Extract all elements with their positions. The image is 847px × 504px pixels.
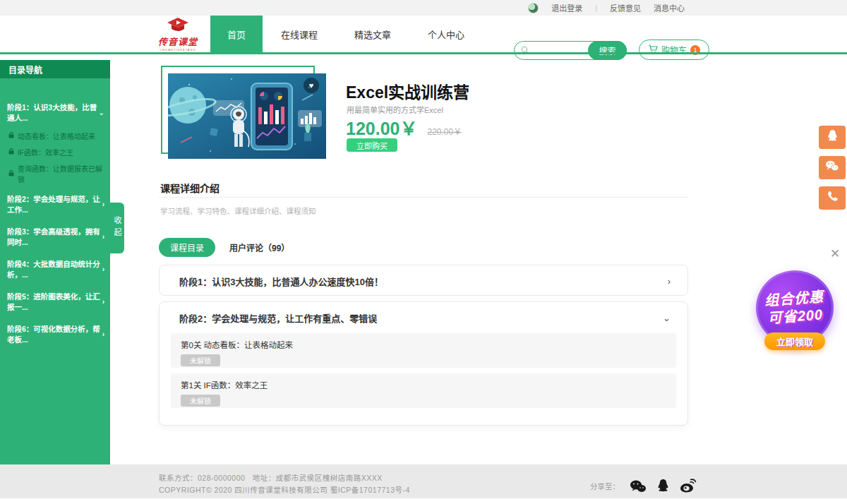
weibo-share-icon[interactable] xyxy=(680,479,697,493)
sidebar-stage-3[interactable]: 阶段3：学会高级透视，拥有同时... › xyxy=(0,220,110,252)
feedback-link[interactable]: 反馈意见 xyxy=(610,2,641,13)
tab-course-catalog[interactable]: 课程目录 xyxy=(159,238,215,257)
current-price: 120.00￥ xyxy=(346,114,417,140)
logo-graduation-cap-icon xyxy=(166,18,190,35)
nav-items: 首页 在线课程 精选文章 个人中心 xyxy=(210,16,483,52)
logout-link[interactable]: 退出登录 xyxy=(551,2,582,13)
sidebar-stage-1-label: 阶段1：认识3大技能，比普通人... xyxy=(7,102,99,123)
promo-claim-button[interactable]: 立即领取 xyxy=(764,332,825,350)
share-label: 分享至： xyxy=(590,481,620,491)
chevron-right-icon: › xyxy=(102,233,104,241)
detail-summary-text: 学习流程、学习特色、课程详细介绍、课程须知 xyxy=(160,205,316,216)
footer-copyright: COPYRIGHT© 2020 四川传音课堂科技有限公司 蜀ICP备170177… xyxy=(159,484,410,495)
main-nav: 传音课堂 CHUANYINKETANG 首页 在线课程 精选文章 个人中心 搜索… xyxy=(0,16,847,52)
sidebar-stage-3-label: 阶段3：学会高级透视，拥有同时... xyxy=(7,226,102,247)
stage2-title: 阶段2：学会处理与规范，让工作有重点、零错误 xyxy=(179,311,377,325)
sidebar-stage-6-label: 阶段6：可视化数据分析，帮老板... xyxy=(7,323,102,344)
search-icon xyxy=(521,44,529,57)
chevron-right-icon: › xyxy=(102,265,104,273)
messages-link[interactable]: 消息中心 xyxy=(654,2,685,13)
buy-now-button[interactable]: 立即购买 xyxy=(347,138,397,152)
sidebar-stage-2-label: 阶段2：学会处理与规范，让工作... xyxy=(7,193,102,215)
logo[interactable]: 传音课堂 CHUANYINKETANG xyxy=(154,18,202,52)
lesson-item-0[interactable]: 第0关 动态看板：让表格动起来 未解锁 xyxy=(171,333,676,368)
footer-address: 地址：成都市武侯区槐树店南路XXXX xyxy=(253,474,383,482)
sidebar-lesson-1-label: 动态看板：让表格动起来 xyxy=(18,131,95,141)
wechat-share-icon[interactable] xyxy=(630,479,647,493)
chevron-right-icon: › xyxy=(102,298,104,306)
price-row: 120.00￥ 220.00￥ xyxy=(346,114,462,140)
nav-item-profile[interactable]: 个人中心 xyxy=(409,16,483,52)
catalog-sidebar: 目录导航 阶段1：认识3大技能，比普通人... ⌄ 动态看板：让表格动起来 IF… xyxy=(0,60,110,464)
section-divider xyxy=(159,197,688,198)
avatar[interactable] xyxy=(528,3,539,13)
sidebar-lesson-3[interactable]: 查询函数：让数据报表已解锁 xyxy=(0,160,110,187)
lesson-1-locked-button[interactable]: 未解锁 xyxy=(181,395,220,407)
lesson-1-name: 第1关 IF函数：效率之王 xyxy=(181,379,666,390)
stage1-accordion-header[interactable]: 阶段1：认识3大技能，比普通人办公速度快10倍！ › xyxy=(160,265,687,296)
sidebar-stage-2[interactable]: 阶段2：学会处理与规范，让工作... › xyxy=(0,187,110,220)
heart-icon[interactable]: ♥ xyxy=(304,78,319,93)
sidebar-stage-4[interactable]: 阶段4：大批数据自动统计分析，... › xyxy=(0,252,110,284)
topbar-divider: | xyxy=(595,4,597,12)
stage1-title: 阶段1：认识3大技能，比普通人办公速度快10倍！ xyxy=(179,275,383,288)
sidebar-stage-4-label: 阶段4：大批数据自动统计分析，... xyxy=(7,258,102,280)
sidebar-stage-6[interactable]: 阶段6：可视化数据分析，帮老板... › xyxy=(0,317,110,349)
top-utility-bar: 退出登录 | 反馈意见 消息中心 xyxy=(0,0,847,16)
logo-title: 传音课堂 xyxy=(154,35,202,48)
course-subtitle: 用最简单实用的方式学Excel xyxy=(347,104,443,115)
stage1-accordion-card: 阶段1：认识3大技能，比普通人办公速度快10倍！ › xyxy=(159,265,688,296)
course-title: Excel实战训练营 xyxy=(346,79,469,103)
sidebar-stage-5[interactable]: 阶段5：进阶图表美化，让汇报一... › xyxy=(0,284,110,317)
phone-contact-button[interactable] xyxy=(819,186,846,210)
qq-contact-button[interactable] xyxy=(819,126,846,149)
course-cover-image[interactable] xyxy=(168,73,326,159)
wechat-icon xyxy=(825,160,839,175)
stage2-accordion-card: 阶段2：学会处理与规范，让工作有重点、零错误 ⌄ 第0关 动态看板：让表格动起来… xyxy=(159,301,688,426)
footer-contact-line: 联系方式：028-0000000 地址：成都市武侯区槐树店南路XXXX xyxy=(159,472,383,483)
lesson-0-name: 第0关 动态看板：让表格动起来 xyxy=(181,339,666,350)
sidebar-lesson-1[interactable]: 动态看板：让表格动起来 xyxy=(0,128,110,144)
tab-user-comments[interactable]: 用户评论（99） xyxy=(229,241,289,253)
sidebar-lesson-2-label: IF函数：效率之王 xyxy=(18,147,73,157)
wechat-contact-button[interactable] xyxy=(819,156,846,179)
chevron-right-icon: › xyxy=(102,330,104,338)
qq-icon xyxy=(827,129,839,145)
cart-button[interactable]: 购物车 1 xyxy=(639,40,709,60)
lock-icon xyxy=(8,132,14,140)
lesson-0-locked-button[interactable]: 未解锁 xyxy=(181,354,220,366)
lock-icon xyxy=(8,148,14,156)
original-price: 220.00￥ xyxy=(427,125,462,137)
content-tabs: 课程目录 用户评论（99） xyxy=(159,238,289,257)
sidebar-collapse-tab[interactable]: 收起 xyxy=(110,203,124,253)
sidebar-lesson-3-label: 查询函数：让数据报表已解锁 xyxy=(18,163,104,184)
nav-item-articles[interactable]: 精选文章 xyxy=(336,16,409,52)
stage2-accordion-header[interactable]: 阶段2：学会处理与规范，让工作有重点、零错误 ⌄ xyxy=(160,302,687,333)
nav-accent-line xyxy=(0,52,847,54)
footer: 联系方式：028-0000000 地址：成都市武侯区槐树店南路XXXX COPY… xyxy=(0,464,847,498)
lesson-item-1[interactable]: 第1关 IF函数：效率之王 未解锁 xyxy=(171,373,676,408)
chevron-down-icon: ⌄ xyxy=(99,109,104,116)
search-box: 搜索 xyxy=(514,41,627,60)
qq-share-icon[interactable] xyxy=(656,479,670,493)
chevron-right-icon: › xyxy=(102,200,104,208)
sidebar-stage-1[interactable]: 阶段1：认识3大技能，比普通人... ⌄ xyxy=(0,95,110,128)
lock-icon xyxy=(8,170,14,178)
detail-section-heading: 课程详细介绍 xyxy=(160,181,220,195)
sidebar-stage-5-label: 阶段5：进阶图表美化，让汇报一... xyxy=(7,291,102,312)
logo-subtitle: CHUANYINKETANG xyxy=(154,48,202,52)
nav-item-home[interactable]: 首页 xyxy=(210,16,263,52)
chevron-down-icon: ⌄ xyxy=(663,313,671,323)
sidebar-lesson-2[interactable]: IF函数：效率之王 xyxy=(0,144,110,160)
footer-share: 分享至： xyxy=(590,479,697,493)
footer-contact: 联系方式：028-0000000 xyxy=(159,474,245,482)
promo-line-2: 可省200 xyxy=(767,306,824,327)
close-icon[interactable]: ✕ xyxy=(830,246,840,261)
sidebar-header: 目录导航 xyxy=(0,60,110,78)
nav-item-courses[interactable]: 在线课程 xyxy=(263,16,336,52)
chevron-right-icon: › xyxy=(668,276,671,287)
search-button[interactable]: 搜索 xyxy=(588,41,627,60)
phone-icon xyxy=(827,191,839,205)
search-input[interactable] xyxy=(529,42,589,59)
